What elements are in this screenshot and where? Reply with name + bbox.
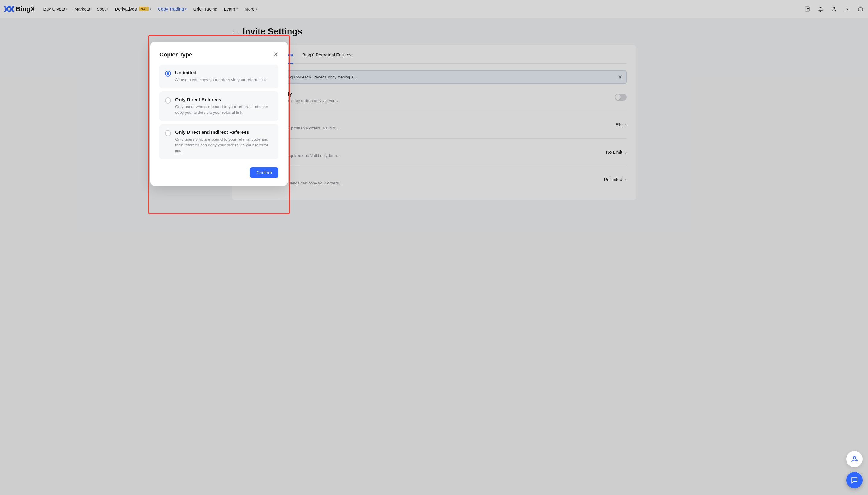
option-title: Unlimited <box>175 70 273 75</box>
globe-icon[interactable] <box>857 6 864 12</box>
option-title: Only Direct and Indirect Referees <box>175 130 273 135</box>
logo[interactable]: BingX <box>4 5 35 13</box>
nav-label: Copy Trading <box>158 7 184 12</box>
nav-label: More <box>245 7 255 12</box>
option-desc: All users can copy your orders via your … <box>175 77 273 83</box>
nav-item-derivatives[interactable]: DerivativesHOT▾ <box>115 7 151 12</box>
nav-label: Learn <box>224 7 235 12</box>
headset-user-icon <box>850 455 858 463</box>
radio-icon[interactable] <box>165 71 171 77</box>
nav-item-spot[interactable]: Spot▾ <box>97 7 108 12</box>
row-profit-share[interactable]: Profit Share Ratio Set a Profit Share Ra… <box>241 111 627 139</box>
logo-icon <box>4 5 14 13</box>
settings-card: BingX Standard Futures BingX Perpetual F… <box>232 45 636 200</box>
page: ← Invite Settings BingX Standard Futures… <box>232 18 636 208</box>
svg-point-2 <box>833 7 835 9</box>
back-arrow-icon[interactable]: ← <box>232 28 238 35</box>
header-right <box>804 6 864 12</box>
copier-type-value: Unlimited <box>604 177 622 182</box>
chat-button[interactable] <box>846 472 863 488</box>
tabs: BingX Standard Futures BingX Perpetual F… <box>241 45 627 64</box>
row-invite-only: Copy by Invitation Only When turned on, … <box>241 84 627 111</box>
download-icon[interactable] <box>844 6 850 12</box>
nav-label: Grid Trading <box>193 7 217 12</box>
option-desc: Only users who are bound to your referra… <box>175 104 273 116</box>
confirm-button[interactable]: Confirm <box>250 167 279 178</box>
chevron-right-icon: › <box>625 150 627 155</box>
close-icon[interactable]: ✕ <box>273 51 279 58</box>
svg-rect-0 <box>805 7 809 11</box>
chevron-right-icon: › <box>625 122 627 127</box>
toggle-knob <box>615 95 621 100</box>
tip-bar: i Tip: The Invite Settings for each Trad… <box>241 70 627 84</box>
logo-text: BingX <box>16 5 35 13</box>
nav-label: Spot <box>97 7 106 12</box>
chat-icon <box>850 476 858 484</box>
caret-icon: ▾ <box>236 7 238 11</box>
invite-only-toggle[interactable] <box>615 94 627 101</box>
hot-badge: HOT <box>139 7 148 11</box>
chevron-right-icon: › <box>625 177 627 182</box>
calculator-icon[interactable] <box>804 6 811 12</box>
bell-icon[interactable] <box>817 6 824 12</box>
profit-value: 8% <box>616 122 622 127</box>
nav-label: Derivatives <box>115 7 137 12</box>
option-direct-indirect-referees[interactable]: Only Direct and Indirect Referees Only u… <box>160 124 279 160</box>
caret-icon: ▾ <box>107 7 108 11</box>
caret-icon: ▾ <box>66 7 68 11</box>
nav-item-markets[interactable]: Markets <box>74 7 90 12</box>
nav-label: Buy Crypto <box>44 7 65 12</box>
title-row: ← Invite Settings <box>232 27 636 36</box>
nav-label: Markets <box>74 7 90 12</box>
row-copier-balance[interactable]: Copier's Balance Set the account balance… <box>241 139 627 166</box>
modal-actions: Confirm <box>160 167 279 178</box>
radio-icon[interactable] <box>165 130 171 136</box>
user-icon[interactable] <box>831 6 837 12</box>
caret-icon: ▾ <box>256 7 257 11</box>
svg-point-4 <box>853 456 856 459</box>
row-value[interactable]: No Limit › <box>606 150 627 155</box>
nav: Buy Crypto▾ Markets Spot▾ DerivativesHOT… <box>44 7 257 12</box>
support-user-button[interactable] <box>846 451 863 467</box>
nav-item-more[interactable]: More▾ <box>245 7 257 12</box>
option-direct-referees[interactable]: Only Direct Referees Only users who are … <box>160 91 279 121</box>
nav-item-buy-crypto[interactable]: Buy Crypto▾ <box>44 7 68 12</box>
copier-type-modal: Copier Type ✕ Unlimited All users can co… <box>150 42 287 186</box>
nav-item-grid-trading[interactable]: Grid Trading <box>193 7 217 12</box>
modal-title: Copier Type <box>160 51 192 58</box>
nav-item-copy-trading[interactable]: Copy Trading▾ <box>158 7 187 12</box>
option-unlimited[interactable]: Unlimited All users can copy your orders… <box>160 65 279 88</box>
radio-icon[interactable] <box>165 98 171 104</box>
modal-header: Copier Type ✕ <box>160 51 279 58</box>
balance-value: No Limit <box>606 150 622 155</box>
row-value[interactable]: 8% › <box>616 122 627 127</box>
header: BingX Buy Crypto▾ Markets Spot▾ Derivati… <box>0 0 868 18</box>
row-value[interactable]: Unlimited › <box>604 177 627 182</box>
option-title: Only Direct Referees <box>175 97 273 102</box>
caret-icon: ▾ <box>185 7 187 11</box>
svg-rect-1 <box>807 7 808 8</box>
caret-icon: ▾ <box>150 7 151 11</box>
nav-item-learn[interactable]: Learn▾ <box>224 7 238 12</box>
row-copier-type[interactable]: Copier Type Set Only Junior Referral Fri… <box>241 166 627 193</box>
option-desc: Only users who are bound to your referra… <box>175 136 273 154</box>
close-icon[interactable]: ✕ <box>618 74 622 80</box>
tab-perpetual-futures[interactable]: BingX Perpetual Futures <box>302 52 352 63</box>
